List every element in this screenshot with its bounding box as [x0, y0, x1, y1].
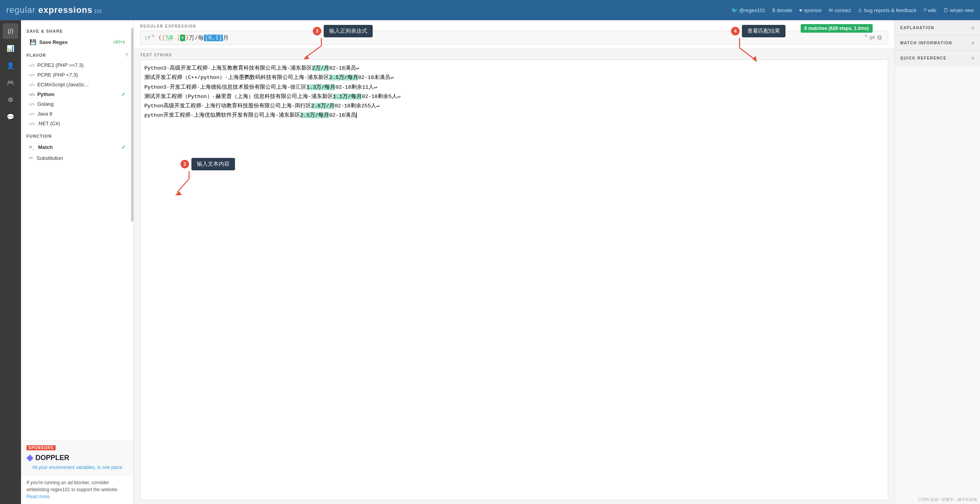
- tooltip-3-container: 3 输入正则表达式: [313, 25, 373, 59]
- regex-prefix: ↕r": [144, 35, 155, 41]
- tooltip-4-arrow: [735, 38, 766, 61]
- sponsors-label: SPONSORS: [26, 445, 56, 450]
- right-section-quick-ref: QUICK REFERENCE ∧: [895, 51, 980, 66]
- regex-backslash-d: \d: [165, 35, 173, 41]
- match-2: 2.5万/每月: [329, 75, 358, 80]
- regex-quote-end: ": [864, 35, 868, 41]
- test-line-2: 测试开发工程师（C++/python）·上海墨鹦数码科技有限公司上海-浦东新区2…: [144, 73, 884, 82]
- match-info-title: MATCH INFORMATION: [900, 41, 952, 45]
- circle-2: 2: [181, 160, 189, 168]
- function-match[interactable]: >_ Match ✓: [26, 142, 128, 152]
- sidebar-btn-user[interactable]: 👤: [3, 58, 18, 73]
- regex-copy-button[interactable]: ⧉: [875, 33, 884, 42]
- svg-line-4: [740, 48, 755, 60]
- python-check-icon: ✓: [121, 91, 126, 97]
- flavor-pcre[interactable]: </> PCRE (PHP <7.3): [26, 70, 128, 80]
- nav-wiki[interactable]: ? wiki: [924, 7, 936, 13]
- tooltip-2-container: 2 输入文本内容: [181, 158, 235, 196]
- credits: CSDN @做一世繁华，顾半世琉璃: [918, 497, 977, 502]
- flavor-title: FLAVOR: [26, 53, 46, 58]
- doppler-name: DOPPLER: [35, 454, 69, 462]
- regex-flags-display: gm: [870, 35, 875, 40]
- match-info-chevron: ∧: [971, 40, 975, 46]
- save-regex-label: Save Regex: [39, 39, 68, 45]
- main-content: REGULAR EXPRESSION ↕r" ( [ \d . ] + ) 万/…: [134, 20, 894, 504]
- match-3: 1.3万/每月: [307, 84, 335, 90]
- regex-dot: .: [173, 35, 177, 41]
- adblocker-box: If you're running an ad blocker, conside…: [21, 475, 133, 504]
- test-section: TEST STRING Python3·高级开发工程师·上海互教教育科技有限公司…: [134, 49, 894, 504]
- flavor-section: FLAVOR ? </> PCRE2 (PHP >=7.3) </> PCRE …: [26, 52, 128, 128]
- regex-wan: 万/每: [189, 34, 204, 42]
- doppler-icon: ◈: [26, 453, 33, 463]
- tooltip-2-arrow: [185, 171, 216, 194]
- function-section: FUNCTION >_ Match ✓ ✂ Substitution: [26, 134, 128, 163]
- match-5: 2.8万/月: [311, 103, 335, 109]
- save-regex-button[interactable]: 💾 Save Regex ctrl+s: [26, 37, 128, 47]
- tooltip-3: 输入正则表达式: [324, 25, 373, 37]
- nav-links: 🐦 @regex101 $ donate ♥ sponsor ✉ contact…: [731, 7, 974, 13]
- adblocker-link[interactable]: Read more.: [26, 494, 51, 499]
- regex-yue: 月: [223, 34, 229, 42]
- nav-twitter[interactable]: 🐦 @regex101: [731, 7, 765, 13]
- sidebar-btn-settings[interactable]: ⚙: [3, 92, 18, 107]
- test-line-3: Python3·开发工程师·上海德拓信息技术股份有限公司上海-徐汇区1.3万/每…: [144, 83, 884, 92]
- regex-plus-quantifier: +: [180, 35, 185, 41]
- left-panel-inner: SAVE & SHARE 💾 Save Regex ctrl+s FLAVOR …: [21, 20, 133, 440]
- save-shortcut: ctrl+s: [114, 39, 125, 45]
- sidebar-btn-game[interactable]: 🎮: [3, 75, 18, 90]
- logo-expressions: expressions: [39, 5, 93, 15]
- test-string-area[interactable]: Python3·高级开发工程师·上海互教教育科技有限公司上海-浦东新区2万/月0…: [140, 60, 888, 500]
- regex-quantifier-01: {0,1}: [204, 35, 223, 41]
- regex-close-paren: ): [185, 35, 189, 41]
- nav-whatsnew[interactable]: 🗒 whats new: [943, 7, 974, 13]
- substitution-icon: ✂: [29, 155, 33, 161]
- flavor-ecma[interactable]: </> ECMAScript (JavaSc...: [26, 80, 128, 89]
- flavor-list: </> PCRE2 (PHP >=7.3) </> PCRE (PHP <7.3…: [26, 60, 128, 128]
- right-section-match-info: MATCH INFORMATION ∧: [895, 35, 980, 51]
- sponsor-desc: All your environment variables, in one p…: [26, 464, 128, 471]
- nav-donate[interactable]: $ donate: [772, 7, 792, 13]
- sidebar-btn-code[interactable]: ⟨/⟩: [3, 23, 18, 39]
- flavor-java8[interactable]: </> Java 8: [26, 109, 128, 119]
- match-info-header[interactable]: MATCH INFORMATION ∧: [895, 35, 980, 50]
- flavor-golang[interactable]: </> Golang: [26, 99, 128, 109]
- match-icon: >_: [29, 144, 35, 150]
- flavor-python[interactable]: </> Python ✓: [26, 89, 128, 99]
- flavor-help-icon[interactable]: ?: [125, 52, 128, 58]
- save-icon: 💾: [30, 39, 36, 45]
- matches-badge: 6 matches (628 steps, 1.0ms): [801, 24, 873, 33]
- sidebar-btn-chart[interactable]: 📊: [3, 40, 18, 56]
- quick-ref-chevron: ∧: [971, 55, 975, 61]
- text-cursor: [356, 112, 357, 118]
- left-scrollbar[interactable]: [131, 28, 133, 222]
- tooltip-2: 输入文本内容: [191, 158, 235, 170]
- nav-bug[interactable]: ⚠ bug reports & feedback: [858, 7, 916, 13]
- test-line-5: Python高级开发工程师·上海行动教育科技股份有限公司上海-闵行区2.8万/月…: [144, 102, 884, 111]
- top-nav: regular expressions 101 🐦 @regex101 $ do…: [0, 0, 980, 20]
- app-layout: ⟨/⟩ 📊 👤 🎮 ⚙ 💬 SAVE & SHARE 💾 Save Regex …: [0, 20, 980, 504]
- quick-ref-title: QUICK REFERENCE: [900, 56, 947, 60]
- explanation-header[interactable]: EXPLANATION ∧: [895, 20, 980, 35]
- sidebar-btn-feedback[interactable]: 💬: [3, 109, 18, 124]
- nav-sponsor[interactable]: ♥ sponsor: [799, 7, 822, 13]
- regex-section: REGULAR EXPRESSION ↕r" ( [ \d . ] + ) 万/…: [134, 20, 894, 49]
- test-line-6: python开发工程师·上海优似腾软件开发有限公司上海-浦东新区2.5万/每月0…: [144, 111, 884, 120]
- quick-ref-header[interactable]: QUICK REFERENCE ∧: [895, 51, 980, 65]
- right-section-explanation: EXPLANATION ∧: [895, 20, 980, 35]
- match-4: 1.1万/每月: [333, 94, 362, 100]
- test-line-1: Python3·高级开发工程师·上海互教教育科技有限公司上海-浦东新区2万/月0…: [144, 64, 884, 73]
- function-substitution[interactable]: ✂ Substitution: [26, 152, 128, 163]
- flavor-header: FLAVOR ?: [26, 52, 128, 58]
- save-share-title: SAVE & SHARE: [26, 29, 128, 33]
- regex-char-class-close: ]: [177, 35, 180, 41]
- nav-contact[interactable]: ✉ contact: [829, 7, 851, 13]
- sponsors-box: SPONSORS ◈ DOPPLER All your environment …: [21, 440, 133, 475]
- right-panel: EXPLANATION ∧ MATCH INFORMATION ∧ QUICK …: [894, 20, 980, 504]
- flavor-dotnet[interactable]: </> .NET (C#): [26, 119, 128, 128]
- flavor-pcre2[interactable]: </> PCRE2 (PHP >=7.3): [26, 60, 128, 70]
- tooltip-3-arrow: [317, 38, 348, 58]
- logo-regular: regular: [6, 5, 35, 15]
- svg-marker-5: [752, 56, 757, 62]
- match-1: 2万/月: [312, 65, 329, 71]
